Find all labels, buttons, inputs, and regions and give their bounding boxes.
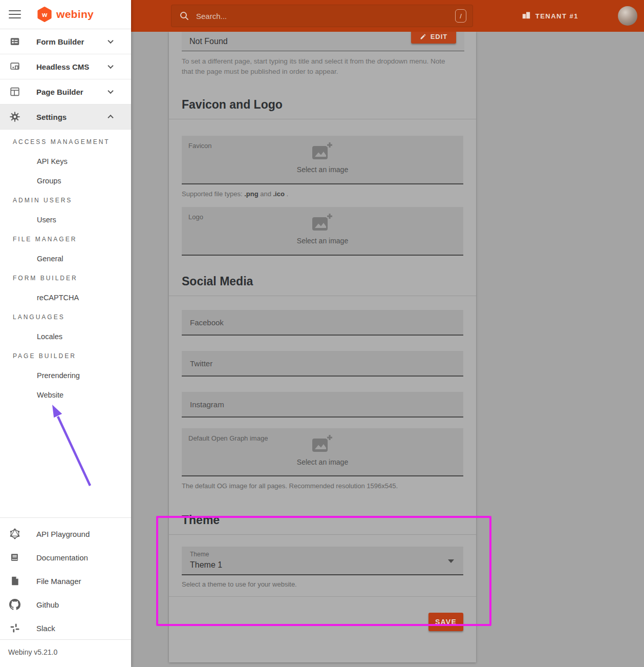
- user-avatar[interactable]: [618, 6, 637, 26]
- search-shortcut-badge: /: [455, 9, 466, 23]
- add-image-icon: [311, 142, 334, 163]
- section-title-social-media: Social Media: [169, 275, 476, 296]
- submenu-caption: FORM BUILDER: [0, 268, 131, 288]
- section-title-favicon-logo: Favicon and Logo: [169, 98, 476, 119]
- sidebar-footer: API Playground Documentation File Manage…: [0, 517, 131, 640]
- add-image-icon: [311, 213, 334, 235]
- svg-text:w: w: [41, 11, 48, 18]
- book-icon: [9, 552, 20, 563]
- submenu-caption: ADMIN USERS: [0, 191, 131, 210]
- submenu-caption: PAGE BUILDER: [0, 346, 131, 366]
- sidebar-item-label: File Manager: [36, 577, 81, 586]
- graphql-icon: [9, 528, 20, 539]
- slack-icon: [9, 622, 20, 634]
- select-image-label: Select an image: [182, 237, 463, 245]
- sidebar: w webiny Form Builder Headless CMS Page …: [0, 0, 131, 667]
- webiny-admin-page: / TENANT #1 w webiny Form Builder: [0, 0, 644, 667]
- sidebar-item-headless-cms[interactable]: Headless CMS: [0, 54, 131, 79]
- og-image-upload-box[interactable]: Default Open Graph image Select an image: [182, 428, 463, 476]
- tenant-label: TENANT #1: [535, 12, 578, 20]
- facebook-input[interactable]: [182, 310, 463, 335]
- chevron-down-icon: [108, 38, 113, 44]
- submenu-item-prerendering[interactable]: Prerendering: [0, 366, 131, 385]
- sidebar-item-settings[interactable]: Settings: [0, 105, 131, 130]
- building-icon: [522, 10, 531, 22]
- facebook-field[interactable]: [182, 310, 463, 336]
- instagram-input[interactable]: [182, 392, 463, 416]
- dropdown-caret-icon: [448, 559, 454, 563]
- submenu-caption: ACCESS MANAGEMENT: [0, 132, 131, 152]
- main-content: EDIT To set a different page, start typi…: [131, 32, 644, 667]
- sidebar-item-documentation[interactable]: Documentation: [0, 546, 131, 569]
- theme-select-value: Theme 1: [190, 560, 222, 570]
- instagram-field[interactable]: [182, 392, 463, 418]
- sidebar-item-label: API Playground: [36, 530, 90, 538]
- submenu-item-website[interactable]: Website: [0, 385, 131, 405]
- submenu-item-locales[interactable]: Locales: [0, 327, 131, 346]
- sidebar-item-github[interactable]: Github: [0, 593, 131, 616]
- favicon-upload-box[interactable]: Favicon Select an image: [182, 136, 463, 184]
- social-media-body: Default Open Graph image Select an image…: [169, 310, 476, 490]
- submenu-item-users[interactable]: Users: [0, 210, 131, 230]
- form-footer: SAVE: [169, 596, 476, 631]
- sidebar-item-page-builder[interactable]: Page Builder: [0, 79, 131, 105]
- submenu-caption: FILE MANAGER: [0, 230, 131, 249]
- sidebar-header: w webiny: [0, 0, 131, 29]
- topbar: / TENANT #1: [131, 0, 644, 32]
- search-icon: [180, 11, 189, 20]
- logo-upload-box[interactable]: Logo Select an image: [182, 207, 463, 256]
- theme-help-text: Select a theme to use for your website.: [182, 580, 463, 588]
- search-input[interactable]: [196, 12, 455, 20]
- select-image-label: Select an image: [182, 458, 463, 466]
- file-icon: [9, 575, 20, 587]
- sidebar-item-label: Documentation: [36, 553, 88, 562]
- edit-button-label: EDIT: [431, 33, 448, 40]
- section-title-theme: Theme: [169, 513, 476, 535]
- submenu-item-api-keys[interactable]: API Keys: [0, 152, 131, 171]
- webiny-logo[interactable]: w webiny: [36, 6, 94, 23]
- favicon-logo-body: Favicon Select an image Supported file t…: [169, 136, 476, 256]
- sidebar-item-api-playground[interactable]: API Playground: [0, 522, 131, 546]
- settings-submenu: ACCESS MANAGEMENT API Keys Groups ADMIN …: [0, 130, 131, 405]
- sidebar-item-label: Github: [36, 600, 59, 609]
- sidebar-item-label: Headless CMS: [36, 62, 89, 71]
- hamburger-menu-icon[interactable]: [9, 8, 21, 21]
- sidebar-item-label: Form Builder: [36, 37, 84, 46]
- twitter-field[interactable]: [182, 351, 463, 377]
- theme-body: Theme Theme 1 Select a theme to use for …: [169, 547, 476, 588]
- submenu-item-groups[interactable]: Groups: [0, 171, 131, 191]
- sidebar-item-form-builder[interactable]: Form Builder: [0, 29, 131, 54]
- theme-select-label: Theme: [190, 551, 209, 558]
- tenant-selector[interactable]: TENANT #1: [522, 0, 578, 32]
- submenu-item-general[interactable]: General: [0, 249, 131, 268]
- webiny-logo-icon: w: [36, 6, 53, 23]
- favicon-help-text: Supported file types: .png and .ico .: [182, 190, 463, 198]
- og-image-help-text: The default OG image for all pages. Reco…: [182, 482, 463, 490]
- sidebar-item-label: Slack: [36, 624, 55, 633]
- not-found-page-input[interactable]: [182, 32, 351, 51]
- theme-select[interactable]: Theme Theme 1: [182, 547, 463, 575]
- headless-cms-icon: [9, 61, 20, 72]
- submenu-item-recaptcha[interactable]: reCAPTCHA: [0, 288, 131, 307]
- webiny-wordmark: webiny: [56, 8, 94, 20]
- website-settings-form: EDIT To set a different page, start typi…: [169, 32, 476, 662]
- not-found-help-text: To set a different page, start typing it…: [182, 56, 448, 76]
- search-box[interactable]: /: [171, 5, 473, 27]
- chevron-up-icon: [108, 115, 113, 120]
- submenu-caption: LANGUAGES: [0, 307, 131, 327]
- og-image-upload-center: Select an image: [182, 434, 463, 466]
- pencil-icon: [420, 33, 426, 40]
- chevron-down-icon: [108, 88, 113, 94]
- page-builder-icon: [9, 86, 20, 97]
- add-image-icon: [311, 434, 334, 456]
- favicon-upload-center: Select an image: [182, 142, 463, 174]
- save-button[interactable]: SAVE: [428, 613, 463, 631]
- github-icon: [9, 599, 20, 610]
- sidebar-item-file-manager[interactable]: File Manager: [0, 569, 131, 593]
- not-found-page-field[interactable]: EDIT: [182, 32, 464, 51]
- gear-icon: [9, 111, 20, 122]
- sidebar-item-label: Page Builder: [36, 88, 83, 96]
- sidebar-item-slack[interactable]: Slack: [0, 616, 131, 640]
- twitter-input[interactable]: [182, 351, 463, 376]
- form-builder-icon: [9, 36, 20, 47]
